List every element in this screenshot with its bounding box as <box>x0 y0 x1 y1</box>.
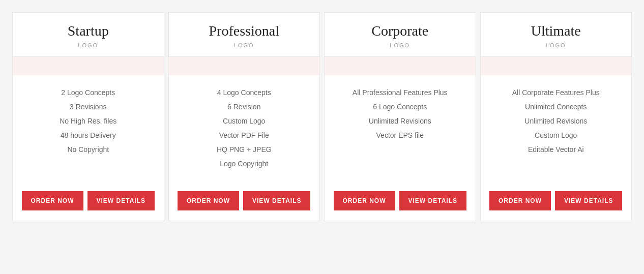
card-subtitle-professional: LOGO <box>177 42 312 48</box>
card-footer-ultimate: ORDER NOWVIEW DETAILS <box>481 183 632 221</box>
card-title-ultimate: Ultimate <box>489 23 624 39</box>
details-button-ultimate[interactable]: VIEW DETAILS <box>555 191 622 210</box>
list-item: All Professional Features Plus <box>333 85 467 100</box>
card-features-ultimate: All Corporate Features PlusUnlimited Con… <box>481 75 632 183</box>
list-item: All Corporate Features Plus <box>489 85 624 100</box>
card-highlight-startup <box>13 57 164 75</box>
card-title-professional: Professional <box>177 23 312 39</box>
order-button-professional[interactable]: ORDER NOW <box>178 191 239 210</box>
pricing-card-professional: ProfessionalLOGO4 Logo Concepts6 Revisio… <box>168 12 320 221</box>
card-features-corporate: All Professional Features Plus6 Logo Con… <box>325 75 476 183</box>
card-title-corporate: Corporate <box>333 23 467 39</box>
list-item: Vector EPS file <box>333 128 467 142</box>
pricing-grid: StartupLOGO2 Logo Concepts3 RevisionsNo … <box>10 10 634 223</box>
card-header-professional: ProfessionalLOGO <box>169 13 320 57</box>
card-header-corporate: CorporateLOGO <box>325 13 476 57</box>
list-item: 6 Revision <box>177 100 312 114</box>
list-item: 4 Logo Concepts <box>177 85 312 100</box>
card-highlight-ultimate <box>481 57 632 75</box>
list-item: Unlimited Revisions <box>333 114 467 128</box>
card-features-professional: 4 Logo Concepts6 RevisionCustom LogoVect… <box>169 75 320 183</box>
list-item: Logo Copyright <box>177 157 312 171</box>
card-footer-corporate: ORDER NOWVIEW DETAILS <box>325 183 476 221</box>
list-item: Custom Logo <box>177 114 312 128</box>
order-button-ultimate[interactable]: ORDER NOW <box>489 191 551 210</box>
list-item: Editable Vector Ai <box>489 142 624 157</box>
list-item: Unlimited Concepts <box>489 100 624 114</box>
pricing-card-startup: StartupLOGO2 Logo Concepts3 RevisionsNo … <box>12 12 164 221</box>
list-item: 48 hours Delivery <box>21 128 156 142</box>
details-button-startup[interactable]: VIEW DETAILS <box>87 191 155 210</box>
order-button-startup[interactable]: ORDER NOW <box>22 191 83 210</box>
card-features-startup: 2 Logo Concepts3 RevisionsNo High Res. f… <box>13 75 164 183</box>
list-item: Custom Logo <box>489 128 624 142</box>
list-item: 3 Revisions <box>21 100 156 114</box>
card-title-startup: Startup <box>21 23 156 39</box>
list-item: No Copyright <box>21 142 156 157</box>
list-item: Unlimited Revisions <box>489 114 624 128</box>
card-header-startup: StartupLOGO <box>13 13 164 57</box>
card-footer-professional: ORDER NOWVIEW DETAILS <box>169 183 320 221</box>
pricing-card-ultimate: UltimateLOGOAll Corporate Features PlusU… <box>480 12 632 221</box>
card-subtitle-startup: LOGO <box>21 42 156 48</box>
list-item: Vector PDF File <box>177 128 312 142</box>
list-item: 6 Logo Concepts <box>333 100 467 114</box>
card-subtitle-ultimate: LOGO <box>489 42 624 48</box>
card-highlight-corporate <box>325 57 476 75</box>
card-header-ultimate: UltimateLOGO <box>481 13 632 57</box>
card-subtitle-corporate: LOGO <box>333 42 467 48</box>
details-button-professional[interactable]: VIEW DETAILS <box>243 191 310 210</box>
details-button-corporate[interactable]: VIEW DETAILS <box>399 191 466 210</box>
pricing-card-corporate: CorporateLOGOAll Professional Features P… <box>324 12 476 221</box>
card-highlight-professional <box>169 57 320 75</box>
list-item: 2 Logo Concepts <box>21 85 156 100</box>
list-item: No High Res. files <box>21 114 156 128</box>
order-button-corporate[interactable]: ORDER NOW <box>334 191 395 210</box>
card-footer-startup: ORDER NOWVIEW DETAILS <box>13 183 164 221</box>
list-item: HQ PNG + JPEG <box>177 142 312 157</box>
